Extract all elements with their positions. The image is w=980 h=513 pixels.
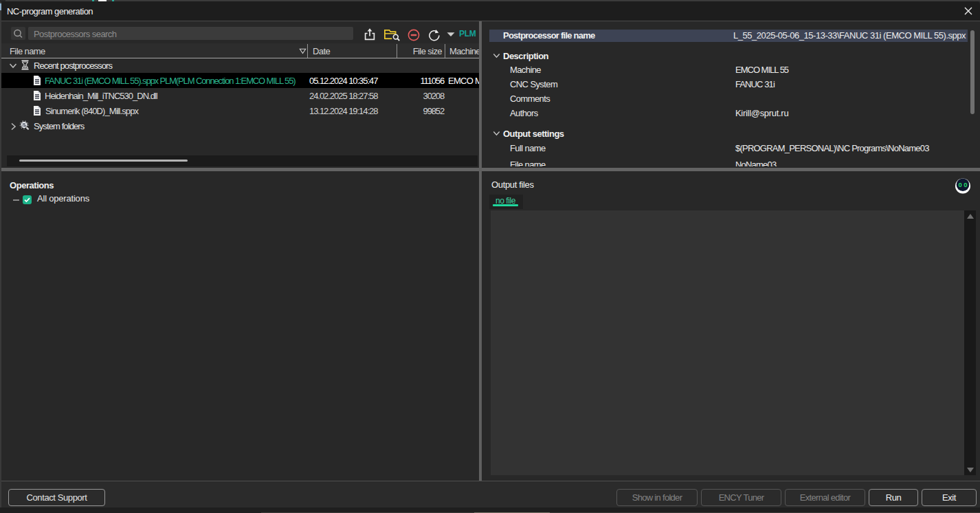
svg-text:0: 0 [959,181,962,188]
svg-text:0: 0 [964,181,967,188]
